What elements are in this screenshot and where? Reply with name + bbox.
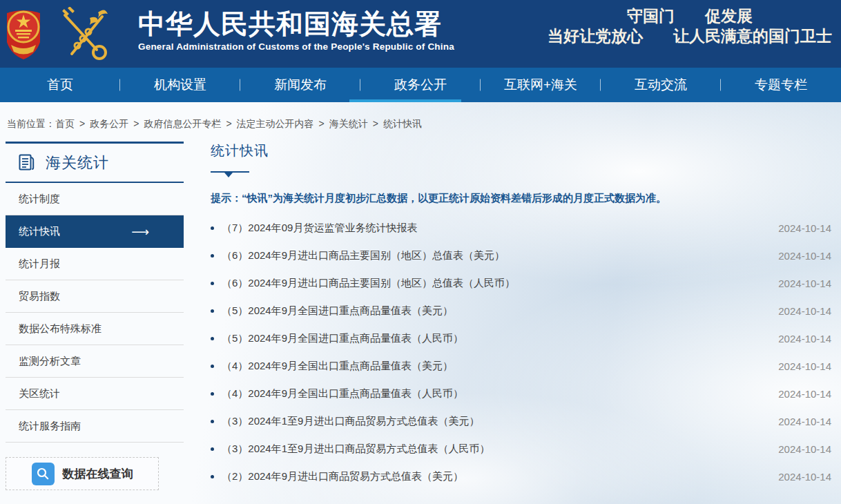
site-title-block: 中华人民共和国海关总署 General Administration of Cu… — [138, 9, 454, 52]
nav-item[interactable]: 政务公开 — [360, 68, 481, 102]
breadcrumb-separator: > — [79, 118, 85, 129]
bullet-icon — [211, 337, 214, 340]
sidebar-header: 海关统计 — [6, 142, 184, 183]
news-title: （7）2024年09月货运监管业务统计快报表 — [222, 222, 769, 235]
news-row[interactable]: （7）2024年09月货运监管业务统计快报表 2024-10-14 — [211, 214, 831, 242]
page: 中华人民共和国海关总署 General Administration of Cu… — [0, 0, 841, 504]
breadcrumb-link[interactable]: 政务公开 — [90, 118, 128, 129]
breadcrumb-separator: > — [373, 118, 378, 129]
breadcrumb-separator: > — [133, 118, 139, 129]
site-title-en: General Administration of Customs of the… — [138, 41, 454, 52]
news-title: （2）2024年9月进出口商品贸易方式总值表（美元） — [222, 470, 769, 483]
breadcrumb-link[interactable]: 海关统计 — [329, 118, 368, 129]
news-row[interactable]: （3）2024年1至9月进出口商品贸易方式总值表（美元） 2024-10-14 — [211, 407, 831, 435]
sidebar-menu-item[interactable]: 数据公布特殊标准 ⟶ — [6, 313, 184, 345]
news-title: （4）2024年9月全国出口重点商品量值表（美元） — [222, 360, 769, 373]
news-title: （6）2024年9月进出口商品主要国别（地区）总值表（美元） — [222, 249, 769, 262]
page-title: 统计快讯 — [211, 142, 831, 160]
sidebar-menu-item[interactable]: 贸易指数 ⟶ — [6, 280, 184, 313]
news-title: （5）2024年9月全国进口重点商品量值表（美元） — [222, 304, 769, 318]
news-title: （5）2024年9月全国进口重点商品量值表（人民币） — [222, 332, 769, 345]
national-emblem-icon — [6, 6, 41, 64]
bullet-icon — [211, 365, 214, 368]
news-row[interactable]: （2）2024年9月进出口商品贸易方式总值表（美元） 2024-10-14 — [211, 463, 831, 490]
news-date: 2024-10-14 — [769, 333, 831, 345]
news-date: 2024-10-14 — [769, 278, 831, 289]
query-button-label: 数据在线查询 — [63, 466, 133, 482]
site-header: 中华人民共和国海关总署 General Administration of Cu… — [0, 0, 841, 68]
news-date: 2024-10-14 — [769, 222, 831, 234]
sidebar-menu-item[interactable]: 统计月报 ⟶ — [6, 248, 184, 280]
news-row[interactable]: （6）2024年9月进出口商品主要国别（地区）总值表（人民币） 2024-10-… — [211, 269, 831, 297]
news-title: （3）2024年1至9月进出口商品贸易方式总值表（人民币） — [222, 443, 769, 456]
sidebar-menu-item[interactable]: 统计制度 ⟶ — [6, 183, 184, 215]
bullet-icon — [211, 254, 214, 258]
bullet-icon — [211, 282, 214, 285]
news-date: 2024-10-14 — [769, 416, 831, 427]
breadcrumb-separator: > — [226, 118, 231, 129]
nav-item[interactable]: 新闻发布 — [240, 68, 360, 102]
news-row[interactable]: （4）2024年9月全国出口重点商品量值表（人民币） 2024-10-14 — [211, 380, 831, 407]
nav-item[interactable]: 专题专栏 — [721, 68, 841, 102]
nav-item[interactable]: 首页 — [0, 68, 120, 102]
nav-item[interactable]: 机构设置 — [120, 68, 240, 102]
title-underline — [211, 171, 249, 173]
bullet-icon — [211, 447, 214, 451]
news-date: 2024-10-14 — [769, 471, 831, 483]
sidebar-menu-item[interactable]: 监测分析文章 ⟶ — [6, 345, 184, 378]
data-online-query-button[interactable]: 数据在线查询 — [6, 457, 159, 490]
slogan-line-1: 守国门促发展 — [548, 6, 832, 26]
sidebar-menu-item[interactable]: 统计服务指南 ⟶ — [6, 410, 184, 443]
breadcrumb: 当前位置：首页>政务公开>政府信息公开专栏>法定主动公开内容>海关统计>统计快讯… — [0, 102, 841, 142]
news-row[interactable]: （6）2024年9月进出口商品主要国别（地区）总值表（美元） 2024-10-1… — [211, 242, 831, 269]
sidebar-menu-item[interactable]: 统计快讯 ⟶ — [6, 215, 184, 248]
document-icon — [17, 153, 36, 172]
main-content: 统计快讯 提示：“快讯”为海关统计月度初步汇总数据，以更正统计原始资料差错后形成… — [211, 142, 831, 490]
breadcrumb-prefix: 当前位置： — [7, 118, 55, 129]
breadcrumb-separator: > — [319, 118, 325, 129]
breadcrumb-link[interactable]: 首页 — [55, 118, 75, 129]
breadcrumb-link[interactable]: 法定主动公开内容 — [237, 118, 314, 129]
content-row: 海关统计 统计制度 ⟶ 统计快讯 ⟶ 统计月报 ⟶ — [0, 142, 841, 490]
customs-emblem-icon — [58, 7, 110, 65]
news-title: （3）2024年1至9月进出口商品贸易方式总值表（美元） — [222, 415, 769, 428]
sidebar-menu-item[interactable]: 关区统计 ⟶ — [6, 378, 184, 410]
news-date: 2024-10-14 — [769, 305, 831, 317]
bullet-icon — [211, 420, 214, 423]
sidebar-title: 海关统计 — [46, 153, 109, 173]
header-slogan: 守国门促发展 当好让党放心让人民满意的国门卫士 — [548, 6, 832, 46]
nav-item[interactable]: 互动交流 — [601, 68, 721, 102]
news-title: （6）2024年9月进出口商品主要国别（地区）总值表（人民币） — [222, 277, 769, 290]
news-date: 2024-10-14 — [769, 388, 831, 400]
news-date: 2024-10-14 — [769, 443, 831, 455]
notice-text: 提示：“快讯”为海关统计月度初步汇总数据，以更正统计原始资料差错后形成的月度正式… — [211, 192, 831, 205]
bullet-icon — [211, 309, 214, 313]
breadcrumb-link[interactable]: 政府信息公开专栏 — [144, 118, 221, 129]
news-date: 2024-10-14 — [769, 360, 831, 372]
sidebar-menu: 统计制度 ⟶ 统计快讯 ⟶ 统计月报 ⟶ 贸易指数 — [6, 183, 184, 443]
search-icon — [32, 463, 55, 485]
site-title-cn: 中华人民共和国海关总署 — [138, 9, 454, 39]
slogan-line-2: 当好让党放心让人民满意的国门卫士 — [548, 26, 832, 46]
sidebar: 海关统计 统计制度 ⟶ 统计快讯 ⟶ 统计月报 ⟶ — [6, 142, 184, 490]
news-row[interactable]: （4）2024年9月全国出口重点商品量值表（美元） 2024-10-14 — [211, 352, 831, 380]
bullet-icon — [211, 226, 214, 230]
triangle-down-icon — [224, 173, 233, 177]
news-row[interactable]: （5）2024年9月全国进口重点商品量值表（人民币） 2024-10-14 — [211, 324, 831, 352]
news-row[interactable]: （5）2024年9月全国进口重点商品量值表（美元） 2024-10-14 — [211, 297, 831, 324]
news-date: 2024-10-14 — [769, 250, 831, 262]
news-title: （4）2024年9月全国出口重点商品量值表（人民币） — [222, 387, 769, 400]
arrow-right-icon: ⟶ — [131, 226, 149, 238]
nav-item[interactable]: 互联网+海关 — [481, 68, 601, 102]
main-nav: 首页 机构设置 新闻发布 政务公开 互联网+海关 互动交流 专题专栏 — [0, 68, 841, 102]
bullet-icon — [211, 475, 214, 478]
bullet-icon — [211, 392, 214, 396]
news-row[interactable]: （3）2024年1至9月进出口商品贸易方式总值表（人民币） 2024-10-14 — [211, 435, 831, 463]
breadcrumb-link[interactable]: 统计快讯 — [383, 118, 422, 129]
news-list: （7）2024年09月货运监管业务统计快报表 2024-10-14 （6）202… — [211, 214, 831, 490]
